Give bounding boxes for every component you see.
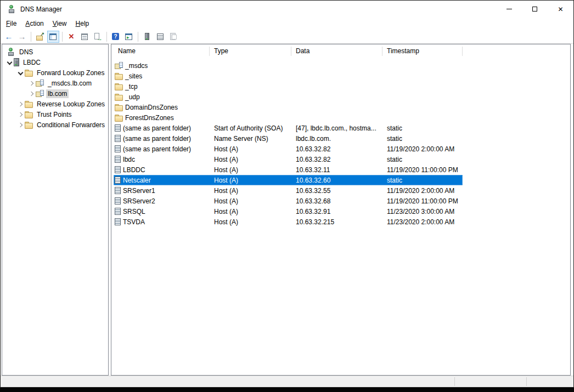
data-cell: lbdc.lb.com. — [291, 135, 382, 143]
menu-file[interactable]: File — [2, 18, 21, 29]
name-cell: lbdc — [114, 156, 210, 163]
column-header-data[interactable]: Data — [291, 47, 382, 56]
forward-arrow-icon — [18, 32, 26, 41]
up-folder-icon — [36, 32, 44, 41]
tree-item-dns[interactable]: DNS — [2, 47, 108, 57]
timestamp-cell: static — [382, 135, 463, 143]
table-row-forestdnszones[interactable]: ForestDnsZones — [114, 112, 463, 123]
data-cell: 10.63.32.68 — [291, 197, 382, 205]
table-row-tsvda[interactable]: TSVDAHost (A)10.63.32.21511/23/2020 2:00… — [114, 217, 463, 227]
table-row-tcp[interactable]: _tcp — [114, 81, 463, 92]
timestamp-cell: static — [382, 177, 463, 184]
table-row-lbdc[interactable]: lbdcHost (A)10.63.32.82static — [114, 154, 463, 164]
app-icon — [7, 5, 16, 14]
timestamp-cell: 11/19/2020 2:00:00 AM — [382, 145, 463, 153]
name-cell: _udp — [114, 93, 210, 101]
name-cell: ForestDnsZones — [114, 114, 210, 122]
properties-button[interactable] — [78, 31, 91, 43]
status-bar-divider — [526, 377, 527, 386]
folder-icon — [115, 114, 123, 122]
server-icon — [143, 32, 151, 41]
export-list-button[interactable] — [92, 31, 104, 43]
minimize-button[interactable] — [496, 1, 522, 18]
new-window-button[interactable] — [123, 31, 135, 43]
row-name: lbdc — [123, 156, 135, 163]
tree-item-reverse-lookup-zones[interactable]: Reverse Lookup Zones — [2, 99, 108, 109]
paste-button[interactable] — [167, 31, 179, 43]
type-cell: Start of Authority (SOA) — [210, 124, 291, 132]
data-cell: 10.63.32.55 — [291, 187, 382, 195]
window-title: DNS Manager — [20, 5, 496, 13]
name-cell: (same as parent folder) — [114, 124, 210, 132]
collapse-chevron-icon[interactable] — [16, 69, 25, 77]
tree-item-lb-com[interactable]: lb.com — [2, 88, 108, 99]
table-row-netscaler[interactable]: NetscalerHost (A)10.63.32.60static — [114, 175, 463, 185]
menu-help[interactable]: Help — [71, 18, 94, 29]
column-header-name[interactable]: Name — [114, 47, 210, 56]
row-name: _sites — [125, 72, 142, 80]
table-row-udp[interactable]: _udp — [114, 92, 463, 102]
table-row-srsql[interactable]: SRSQLHost (A)10.63.32.9111/23/2020 3:00:… — [114, 206, 463, 217]
new-window-icon — [125, 32, 133, 41]
name-cell: LBDDC — [114, 166, 210, 174]
record-icon — [115, 197, 121, 204]
collapse-chevron-icon[interactable] — [5, 58, 14, 67]
tree-item-forward-lookup-zones[interactable]: Forward Lookup Zones — [2, 67, 108, 78]
expand-chevron-icon[interactable] — [27, 79, 36, 88]
expand-chevron-icon[interactable] — [16, 100, 25, 109]
console-tree-panel: DNSLBDCForward Lookup Zones_msdcs.lb.com… — [2, 44, 109, 376]
tree-item-msdcs-lb-com[interactable]: _msdcs.lb.com — [2, 78, 108, 88]
record-list-button[interactable] — [154, 31, 166, 43]
name-cell: SRServer2 — [114, 197, 210, 205]
record-icon — [115, 145, 121, 152]
table-row-same-as-parent-folder[interactable]: (same as parent folder)Host (A)10.63.32.… — [114, 144, 463, 154]
title-bar: DNS Manager — [1, 1, 573, 18]
expand-chevron-icon[interactable] — [16, 121, 25, 129]
forward-arrow-button[interactable] — [16, 31, 28, 43]
table-row-domaindnszones[interactable]: DomainDnsZones — [114, 102, 463, 112]
timestamp-cell: 11/19/2020 11:00:00 PM — [382, 166, 463, 174]
toolbar-separator — [62, 32, 63, 42]
delete-button[interactable] — [65, 31, 77, 43]
server-button[interactable] — [141, 31, 153, 43]
tree-item-trust-points[interactable]: Trust Points — [2, 109, 108, 120]
dns-manager-window: DNS Manager FileActionViewHelp DNSLBDCFo… — [0, 0, 574, 388]
delete-icon — [67, 32, 76, 41]
column-header-type[interactable]: Type — [210, 47, 291, 56]
folder-icon — [25, 121, 33, 129]
menu-view[interactable]: View — [48, 18, 71, 29]
expand-chevron-icon[interactable] — [16, 110, 25, 119]
table-row-sites[interactable]: _sites — [114, 71, 463, 81]
row-name: TSVDA — [123, 218, 145, 226]
row-name: (same as parent folder) — [123, 145, 191, 153]
name-cell: TSVDA — [114, 218, 210, 226]
type-cell: Host (A) — [210, 197, 291, 205]
name-cell: Netscaler — [114, 177, 210, 184]
zone-icon — [36, 79, 44, 87]
table-row-srserver1[interactable]: SRServer1Host (A)10.63.32.5511/19/2020 2… — [114, 185, 463, 196]
column-header-timestamp[interactable]: Timestamp — [382, 47, 463, 56]
table-row-same-as-parent-folder[interactable]: (same as parent folder)Start of Authorit… — [114, 123, 463, 133]
timestamp-cell: 11/23/2020 2:00:00 AM — [382, 218, 463, 226]
toolbar — [1, 30, 573, 44]
up-folder-button[interactable] — [34, 31, 46, 43]
table-row-lbddc[interactable]: LBDDCHost (A)10.63.32.1111/19/2020 11:00… — [114, 164, 463, 175]
table-row-same-as-parent-folder[interactable]: (same as parent folder)Name Server (NS)l… — [114, 133, 463, 144]
name-cell: SRSQL — [114, 208, 210, 215]
record-icon — [115, 177, 121, 184]
list-rows: _msdcs_sites_tcp_udpDomainDnsZonesForest… — [114, 60, 570, 227]
tree-item-conditional-forwarders[interactable]: Conditional Forwarders — [2, 120, 108, 130]
export-list-icon — [93, 32, 102, 41]
help-button[interactable] — [110, 31, 122, 43]
back-arrow-button[interactable] — [3, 31, 15, 43]
table-row-srserver2[interactable]: SRServer2Host (A)10.63.32.6811/19/2020 1… — [114, 196, 463, 206]
expand-chevron-icon[interactable] — [27, 89, 36, 98]
close-button[interactable] — [548, 1, 573, 18]
console-tree-toggle-button[interactable] — [47, 31, 59, 43]
maximize-button[interactable] — [522, 1, 548, 18]
table-row-msdcs[interactable]: _msdcs — [114, 60, 463, 71]
help-icon — [111, 32, 120, 41]
tree-item-label: Trust Points — [35, 110, 74, 119]
menu-action[interactable]: Action — [21, 18, 48, 29]
tree-item-lbdc[interactable]: LBDC — [2, 57, 108, 67]
